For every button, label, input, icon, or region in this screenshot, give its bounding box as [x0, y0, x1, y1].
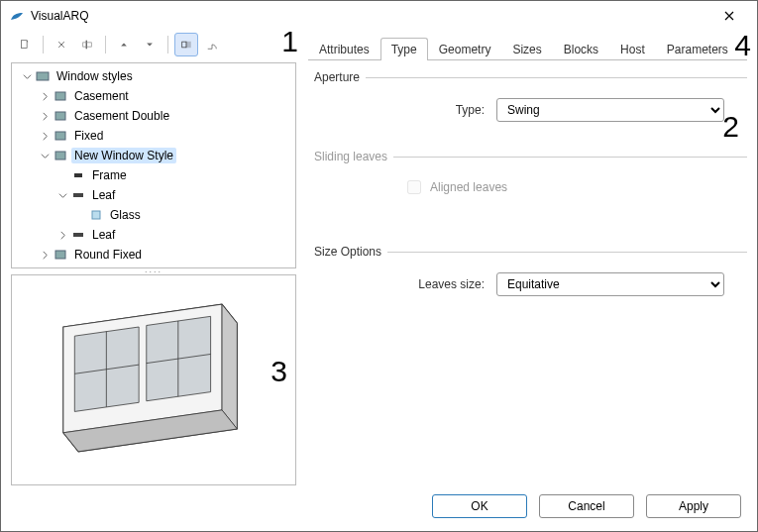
group-sliding: Sliding leaves Aligned leaves: [314, 150, 747, 197]
dialog: VisualARQ: [0, 0, 758, 532]
separator: [43, 36, 44, 53]
tree-item[interactable]: Glass: [107, 207, 144, 223]
leaves-size-label: Leaves size:: [314, 277, 496, 291]
aligned-leaves-label: Aligned leaves: [430, 180, 507, 194]
view-plan-button[interactable]: [200, 33, 224, 56]
type-select[interactable]: Swing: [496, 98, 724, 122]
tab-sizes[interactable]: Sizes: [501, 38, 552, 60]
move-down-button[interactable]: [138, 33, 162, 56]
svg-rect-10: [74, 173, 82, 177]
leaf-icon: [71, 188, 85, 202]
group-size-options: Size Options Leaves size: Equitative: [314, 245, 747, 296]
toggle-icon[interactable]: [56, 189, 68, 201]
tab-type[interactable]: Type: [380, 38, 428, 60]
svg-rect-7: [55, 112, 65, 120]
toolbar: 1: [11, 31, 296, 58]
aligned-leaves-check[interactable]: Aligned leaves: [403, 177, 747, 197]
group-aperture: Aperture Type: Swing: [314, 70, 747, 122]
tab-parameters[interactable]: Parameters: [656, 38, 739, 60]
leaf-icon: [71, 228, 85, 242]
glass-icon: [89, 208, 103, 222]
tree-item[interactable]: Frame: [89, 167, 130, 183]
svg-rect-8: [55, 132, 65, 140]
toggle-icon[interactable]: [39, 90, 51, 102]
marker-3: 3: [271, 355, 287, 388]
type-panel: Aperture Type: Swing Sliding leaves: [308, 60, 747, 485]
window-icon: [54, 89, 67, 103]
toggle-icon[interactable]: [39, 130, 51, 142]
dialog-footer: OK Cancel Apply: [11, 485, 747, 521]
separator: [105, 36, 106, 53]
svg-rect-12: [92, 211, 100, 219]
toggle-icon[interactable]: [39, 249, 51, 261]
svg-rect-0: [21, 41, 27, 49]
style-tree[interactable]: Window styles Casement: [11, 62, 296, 268]
apply-button[interactable]: Apply: [646, 494, 741, 518]
window-icon: [54, 149, 67, 162]
tree-item[interactable]: Leaf: [89, 227, 118, 243]
leaves-size-select[interactable]: Equitative: [496, 272, 724, 296]
tree-item[interactable]: Fixed: [71, 128, 106, 144]
window-icon: [54, 129, 67, 143]
window-icon: [54, 109, 67, 123]
separator: [167, 36, 168, 53]
toggle-icon[interactable]: [39, 110, 51, 122]
svg-rect-14: [55, 251, 65, 259]
svg-rect-4: [186, 42, 190, 48]
tree-item[interactable]: Casement: [71, 88, 132, 104]
folder-icon: [36, 69, 50, 83]
cancel-button[interactable]: Cancel: [539, 494, 634, 518]
svg-rect-5: [37, 72, 49, 80]
group-title: Aperture: [314, 70, 360, 84]
tab-blocks[interactable]: Blocks: [553, 38, 609, 60]
tree-item[interactable]: Round Fixed: [71, 247, 145, 263]
close-button[interactable]: [709, 2, 749, 30]
right-column: Attributes Type Geometry Sizes Blocks Ho…: [308, 31, 747, 485]
window-title: VisualARQ: [31, 9, 709, 23]
left-column: 1 Window styles: [11, 31, 296, 485]
preview-pane: 3: [11, 274, 296, 485]
view-3d-button[interactable]: [174, 33, 198, 56]
toggle-icon[interactable]: [39, 150, 51, 161]
tab-bar: Attributes Type Geometry Sizes Blocks Ho…: [308, 37, 747, 60]
window-preview-icon: [41, 296, 268, 464]
toggle-icon[interactable]: [21, 70, 33, 82]
tab-geometry[interactable]: Geometry: [428, 38, 502, 60]
group-title: Sliding leaves: [314, 150, 387, 163]
svg-rect-11: [73, 193, 83, 197]
svg-marker-17: [222, 304, 237, 429]
rename-button[interactable]: [75, 33, 99, 56]
window-icon: [54, 248, 67, 262]
frame-icon: [71, 168, 85, 182]
group-title: Size Options: [314, 245, 381, 259]
app-icon: [9, 8, 25, 24]
svg-rect-13: [73, 233, 83, 237]
aligned-leaves-checkbox: [407, 180, 421, 194]
svg-rect-3: [182, 42, 186, 48]
tree-item[interactable]: Casement Double: [71, 108, 172, 124]
svg-rect-6: [55, 92, 65, 100]
tree-item[interactable]: Leaf: [89, 187, 118, 203]
delete-button[interactable]: [50, 33, 73, 56]
tree-item-selected[interactable]: New Window Style: [71, 148, 176, 163]
tab-attributes[interactable]: Attributes: [308, 38, 380, 60]
tab-host[interactable]: Host: [609, 38, 656, 60]
marker-1: 1: [281, 25, 298, 58]
ok-button[interactable]: OK: [432, 494, 527, 518]
svg-rect-1: [86, 41, 87, 50]
svg-rect-9: [55, 152, 65, 160]
new-style-button[interactable]: [13, 33, 37, 56]
titlebar: VisualARQ: [1, 1, 757, 31]
toggle-icon[interactable]: [56, 229, 68, 241]
tree-root[interactable]: Window styles: [54, 68, 136, 84]
type-label: Type:: [314, 103, 496, 117]
move-up-button[interactable]: [112, 33, 136, 56]
